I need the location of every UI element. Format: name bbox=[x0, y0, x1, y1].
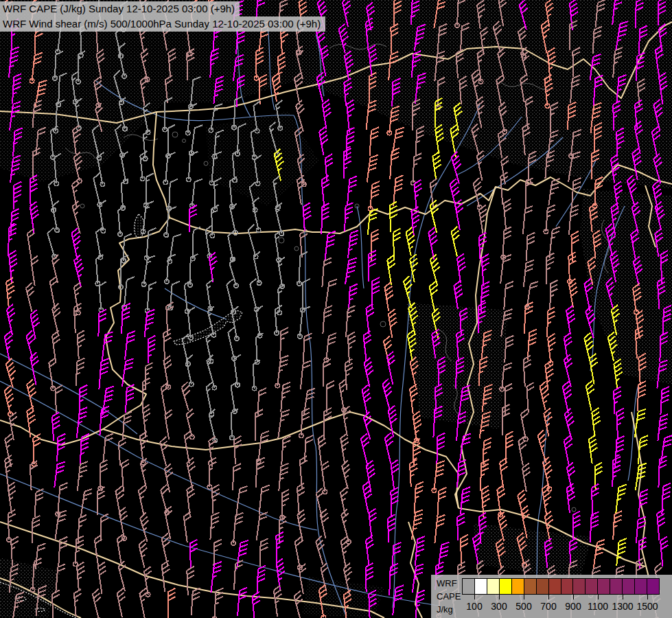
legend-cell bbox=[500, 579, 512, 594]
legend-tick-value: 900 bbox=[565, 601, 581, 612]
legend-tick-mark bbox=[524, 595, 524, 599]
legend-cell bbox=[561, 579, 574, 594]
legend-tick-value: 300 bbox=[491, 601, 507, 612]
legend-cell bbox=[598, 579, 610, 594]
legend-cell bbox=[475, 579, 487, 594]
legend-tick-value: 1500 bbox=[636, 601, 658, 612]
legend-cell bbox=[573, 579, 586, 594]
legend-cell bbox=[647, 579, 659, 594]
legend-label-line: J/kg bbox=[437, 603, 461, 616]
weather-map-screen: WRF CAPE (J/kg) Sunday 12-10-2025 03:00 … bbox=[0, 0, 672, 618]
map-canvas bbox=[0, 0, 672, 618]
legend-cell bbox=[537, 579, 549, 594]
legend-tick-value: 1300 bbox=[612, 601, 633, 612]
legend-tick-mark bbox=[573, 595, 574, 599]
legend-tick-mark bbox=[647, 595, 648, 599]
legend-tick-value: 100 bbox=[466, 601, 482, 612]
legend-cell bbox=[635, 579, 647, 594]
legend-tick-value: 500 bbox=[515, 601, 531, 612]
legend-tick-mark bbox=[548, 595, 549, 599]
legend-tick-mark bbox=[623, 595, 623, 599]
legend-cell bbox=[512, 579, 524, 594]
legend-color-bar bbox=[462, 578, 660, 595]
legend-cell bbox=[610, 579, 623, 594]
legend-tick-mark bbox=[499, 595, 500, 599]
title-line-shear: WRF Wind shear (m/s) 500/1000hPa Sunday … bbox=[0, 16, 325, 32]
legend-cell bbox=[549, 579, 561, 594]
cape-legend: WRF CAPE J/kg 10030050070090011001300150… bbox=[431, 575, 672, 618]
legend-label: WRF CAPE J/kg bbox=[437, 577, 461, 616]
legend-tick-value: 1100 bbox=[588, 601, 608, 612]
legend-label-line: CAPE bbox=[437, 590, 461, 603]
title-box: WRF CAPE (J/kg) Sunday 12-10-2025 03:00 … bbox=[0, 1, 325, 32]
legend-label-line: WRF bbox=[437, 577, 461, 590]
legend-tick-mark bbox=[474, 595, 475, 599]
title-line-cape: WRF CAPE (J/kg) Sunday 12-10-2025 03:00 … bbox=[0, 1, 240, 16]
legend-cell bbox=[463, 579, 475, 594]
legend-tick-value: 700 bbox=[540, 601, 556, 612]
legend-cell bbox=[487, 579, 500, 594]
legend-cell bbox=[623, 579, 635, 594]
legend-cell bbox=[524, 579, 537, 594]
legend-cell bbox=[586, 579, 598, 594]
legend-tick-mark bbox=[598, 595, 599, 599]
